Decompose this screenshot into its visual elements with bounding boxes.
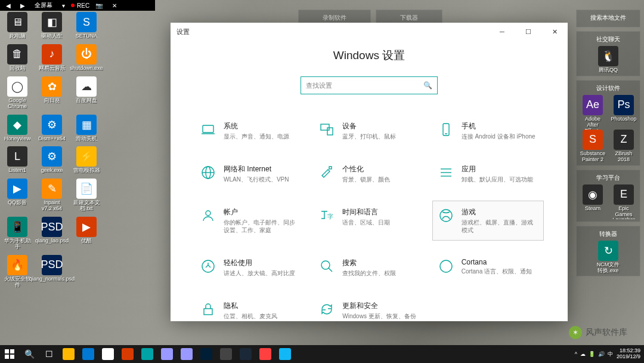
svg-point-17 xyxy=(321,261,330,269)
svg-point-13 xyxy=(206,211,210,216)
desktop-icon[interactable]: PSDqiang_lao.psd xyxy=(38,217,66,250)
taskbar-sp[interactable] xyxy=(118,345,137,363)
taskbar-ae[interactable] xyxy=(157,345,177,363)
settings-category-xbox[interactable]: 游戏游戏栏、截屏、直播、游戏模式 xyxy=(432,201,544,241)
desktop-icon[interactable]: 📄新建文本文档.txt xyxy=(73,179,100,212)
desktop-icon[interactable]: ▶优酷 xyxy=(73,217,100,250)
svg-rect-2 xyxy=(321,124,329,130)
lock-icon xyxy=(200,301,216,318)
svg-rect-23 xyxy=(5,355,9,359)
taskbar-qq[interactable] xyxy=(275,345,295,363)
recording-bar: ◀▶ 全屏幕 ▾ REC 📷 ✕ xyxy=(0,0,155,11)
desktop-icon[interactable]: ◆Honeyview xyxy=(4,115,31,142)
desktop-icon[interactable]: ↻NCM文件转换.exe xyxy=(595,241,622,274)
settings-category-cortana[interactable]: CortanaCortana 语言、权限、通知 xyxy=(432,251,544,284)
settings-category-ease[interactable]: 轻松使用讲述人、放大镜、高对比度 xyxy=(194,251,306,284)
taskbar-yk[interactable] xyxy=(256,345,275,363)
lang-icon: 字 xyxy=(318,207,335,224)
tray-icon[interactable]: 中 xyxy=(608,350,613,358)
search-local-files[interactable]: 搜索本地文件 xyxy=(580,13,636,24)
taskbar-win[interactable] xyxy=(0,345,19,363)
taskbar-store[interactable] xyxy=(98,345,117,363)
close-button[interactable]: ✕ xyxy=(541,23,568,41)
user-icon xyxy=(200,207,216,224)
settings-category-user[interactable]: 帐户你的帐户、电子邮件、同步设置、工作、家庭 xyxy=(194,201,306,241)
desktop-icon[interactable]: ◉Steam xyxy=(579,184,606,219)
settings-category-laptop[interactable]: 系统显示、声音、通知、电源 xyxy=(194,115,306,147)
taskbar-task[interactable]: ☐ xyxy=(39,345,58,363)
desktop-icon[interactable]: ♪网易云音乐 xyxy=(38,44,66,72)
settings-category-search[interactable]: 搜索查找我的文件、权限 xyxy=(313,251,425,284)
desktop-icon[interactable]: ☁百度网盘 xyxy=(73,76,100,110)
desktop-icon[interactable]: 🐧腾讯QQ xyxy=(595,46,622,73)
taskbar-ps[interactable] xyxy=(197,345,216,363)
desktop-icon[interactable]: EEpic Games Launcher xyxy=(610,184,637,219)
settings-category-devices[interactable]: 设备蓝牙、打印机、鼠标 xyxy=(313,115,425,147)
desktop-icon[interactable]: ⚙geek.exe xyxy=(38,146,66,174)
desktop-icon[interactable]: ZZBrush 2018 xyxy=(610,130,637,163)
settings-category-brush[interactable]: 个性化背景、锁屏、颜色 xyxy=(313,158,425,190)
desktop-icon[interactable]: ▶QQ影音 xyxy=(4,179,31,212)
settings-category-lang[interactable]: 字时间和语言语音、区域、日期 xyxy=(313,201,425,241)
taskbar-folder[interactable] xyxy=(59,345,78,363)
svg-point-19 xyxy=(440,260,452,272)
desktop-icon[interactable]: 🖥此电脑 xyxy=(4,12,31,39)
taskbar-search[interactable]: 🔍 xyxy=(20,345,39,363)
watermark: ✶ 风声软件库 xyxy=(569,326,627,339)
settings-category-lock[interactable]: 隐私位置、相机、麦克风 xyxy=(194,294,306,321)
settings-category-globe[interactable]: 网络和 InternetWLAN、飞行模式、VPN xyxy=(194,158,306,190)
desktop-icon[interactable]: 🗑回收站 xyxy=(4,44,31,72)
taskbar-clock[interactable]: 18:52:39 2019/12/9 xyxy=(617,348,640,360)
settings-window: 设置 ─ ☐ ✕ Windows 设置 🔍 系统显示、声音、通知、电源设备蓝牙、… xyxy=(171,23,568,321)
desktop-icon[interactable]: ⏻shutdown.exe xyxy=(73,44,100,72)
desktop-icon[interactable]: ◧驱动人生 xyxy=(38,12,66,39)
desktop-icon[interactable]: PsPhotoshop xyxy=(610,95,637,130)
desktop-icon[interactable]: ✎Inpaint v7.2 x64 xyxy=(38,179,66,212)
search-icon: 🔍 xyxy=(423,81,432,90)
taskbar-mx[interactable] xyxy=(138,345,157,363)
apps-icon xyxy=(438,164,454,181)
svg-rect-9 xyxy=(329,167,332,169)
settings-heading: Windows 设置 xyxy=(194,48,544,63)
desktop-icon[interactable]: ▦滑动关机 xyxy=(73,115,100,142)
desktop-icon[interactable]: AeAdobe After Effects CC... xyxy=(579,95,606,130)
desktop-icon[interactable]: ⚡雷电模拟器 xyxy=(73,146,100,174)
taskbar-zb[interactable] xyxy=(216,345,236,363)
window-title: 设置 xyxy=(177,27,190,36)
search-icon xyxy=(318,258,335,275)
svg-text:字: 字 xyxy=(327,213,333,220)
desktop-icon[interactable]: ✿向日葵 xyxy=(38,76,66,110)
taskbar-st[interactable] xyxy=(236,345,255,363)
taskbar-pr[interactable] xyxy=(177,345,196,363)
desktop-icon[interactable]: ◯Google Chrome xyxy=(4,76,31,110)
svg-rect-20 xyxy=(204,309,212,315)
titlebar: 设置 ─ ☐ ✕ xyxy=(171,23,568,41)
svg-point-16 xyxy=(202,260,214,272)
svg-rect-3 xyxy=(327,128,333,135)
desktop-icon[interactable]: SSETUNA xyxy=(73,12,100,39)
tray-icon[interactable]: 🔊 xyxy=(598,351,605,357)
desktop-icon[interactable]: 📱华为手机助手 xyxy=(4,217,31,250)
desktop-icon[interactable]: 🔥火绒安全软件 xyxy=(4,255,31,288)
desktop-icon[interactable]: ⚙Dism++x64 xyxy=(38,115,66,142)
tray-icon[interactable]: ^ xyxy=(575,351,577,357)
laptop-icon xyxy=(200,121,216,138)
settings-category-phone[interactable]: 手机连接 Android 设备和 iPhone xyxy=(432,115,544,147)
svg-point-15 xyxy=(440,210,452,222)
desktop-icon[interactable]: SSubstance Painter 2 xyxy=(579,130,606,163)
desktop-icon[interactable]: LListen1 xyxy=(4,146,31,174)
taskbar: 🔍☐ ^☁🔋🔊中 18:52:39 2019/12/9 xyxy=(0,345,644,363)
taskbar-edge[interactable] xyxy=(79,345,98,363)
update-icon xyxy=(318,301,335,318)
search-input[interactable] xyxy=(306,82,423,89)
tray-icon[interactable]: 🔋 xyxy=(589,351,595,357)
minimize-button[interactable]: ─ xyxy=(489,23,515,41)
cortana-icon xyxy=(438,258,454,275)
svg-line-18 xyxy=(329,268,332,272)
tray-icon[interactable]: ☁ xyxy=(580,351,586,357)
settings-category-update[interactable]: 更新和安全Windows 更新、恢复、备份 xyxy=(313,294,425,321)
desktop-icon[interactable]: PSDqiang_normals.psd xyxy=(38,255,66,288)
search-box[interactable]: 🔍 xyxy=(301,76,438,94)
settings-category-apps[interactable]: 应用卸载、默认应用、可选功能 xyxy=(432,158,544,190)
maximize-button[interactable]: ☐ xyxy=(515,23,541,41)
